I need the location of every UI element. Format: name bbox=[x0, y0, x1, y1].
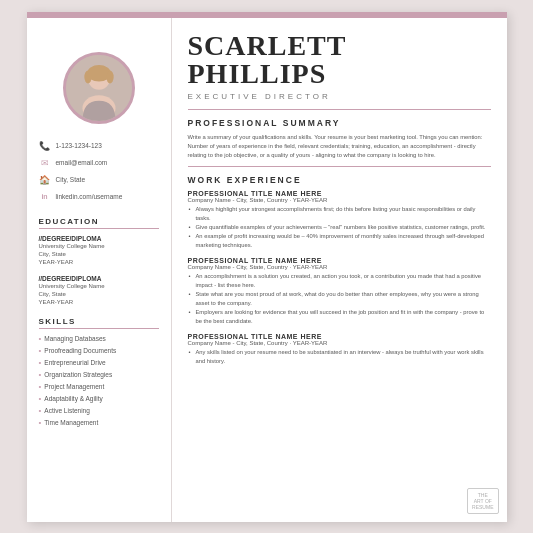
job-1-title: PROFESSIONAL TITLE NAME HERE bbox=[188, 190, 491, 197]
watermark: THE ART OF RESUME bbox=[467, 488, 498, 514]
email-item: ✉ email@email.com bbox=[39, 157, 159, 169]
job-2-company: Company Name - City, State, Country · YE… bbox=[188, 264, 491, 270]
last-name: PHILLIPS bbox=[188, 60, 491, 88]
linkedin-item: in linkedin.com/username bbox=[39, 191, 159, 203]
divider-2 bbox=[188, 166, 491, 167]
job-1-bullet-1: Always highlight your strongest accompli… bbox=[188, 205, 491, 223]
skill-2: Proofreading Documents bbox=[39, 347, 159, 355]
job-1-bullet-3: An example of profit increasing would be… bbox=[188, 232, 491, 250]
svg-point-4 bbox=[106, 70, 113, 83]
job-3-bullets: Any skills listed on your resume need to… bbox=[188, 348, 491, 366]
edu-degree-1: //DEGREE/DIPLOMA bbox=[39, 235, 159, 242]
svg-point-3 bbox=[84, 70, 91, 83]
phone-icon: 📞 bbox=[39, 140, 51, 152]
experience-heading: WORK EXPERIENCE bbox=[188, 175, 491, 185]
job-2-bullet-1: An accomplishment is a solution you crea… bbox=[188, 272, 491, 290]
edu-item-2: //DEGREE/DIPLOMA University College Name… bbox=[39, 275, 159, 307]
job-2-bullet-3: Employers are looking for evidence that … bbox=[188, 308, 491, 326]
job-3-bullet-1: Any skills listed on your resume need to… bbox=[188, 348, 491, 366]
job-3: PROFESSIONAL TITLE NAME HERE Company Nam… bbox=[188, 333, 491, 366]
resume-document: 📞 1-123-1234-123 ✉ email@email.com 🏠 Cit… bbox=[27, 12, 507, 522]
skills-heading: SKILLS bbox=[39, 317, 159, 329]
location-text: City, State bbox=[56, 176, 86, 183]
contact-section: 📞 1-123-1234-123 ✉ email@email.com 🏠 Cit… bbox=[39, 140, 159, 203]
summary-heading: PROFESSIONAL SUMMARY bbox=[188, 118, 491, 128]
job-2-bullet-2: State what are you most proud of at work… bbox=[188, 290, 491, 308]
job-1: PROFESSIONAL TITLE NAME HERE Company Nam… bbox=[188, 190, 491, 250]
skill-3: Entrepreneurial Drive bbox=[39, 359, 159, 367]
job-2-bullets: An accomplishment is a solution you crea… bbox=[188, 272, 491, 326]
job-1-bullet-2: Give quantifiable examples of your achie… bbox=[188, 223, 491, 232]
email-text: email@email.com bbox=[56, 159, 108, 166]
education-heading: EDUCATION bbox=[39, 217, 159, 229]
name-block: SCARLETT PHILLIPS EXECUTIVE DIRECTOR bbox=[188, 26, 491, 101]
skill-1: Managing Databases bbox=[39, 335, 159, 343]
skill-7: Active Listening bbox=[39, 407, 159, 415]
divider-1 bbox=[188, 109, 491, 110]
job-1-bullets: Always highlight your strongest accompli… bbox=[188, 205, 491, 250]
job-2: PROFESSIONAL TITLE NAME HERE Company Nam… bbox=[188, 257, 491, 326]
job-2-title: PROFESSIONAL TITLE NAME HERE bbox=[188, 257, 491, 264]
phone-item: 📞 1-123-1234-123 bbox=[39, 140, 159, 152]
email-icon: ✉ bbox=[39, 157, 51, 169]
skill-5: Project Management bbox=[39, 383, 159, 391]
edu-school-1: University College Name City, State YEAR… bbox=[39, 242, 159, 267]
skills-list: Managing Databases Proofreading Document… bbox=[39, 335, 159, 427]
skill-4: Organization Strategies bbox=[39, 371, 159, 379]
linkedin-icon: in bbox=[39, 191, 51, 203]
main-content: SCARLETT PHILLIPS EXECUTIVE DIRECTOR PRO… bbox=[172, 12, 507, 522]
edu-school-2: University College Name City, State YEAR… bbox=[39, 282, 159, 307]
phone-text: 1-123-1234-123 bbox=[56, 142, 102, 149]
skill-6: Adaptability & Agility bbox=[39, 395, 159, 403]
location-icon: 🏠 bbox=[39, 174, 51, 186]
first-name: SCARLETT bbox=[188, 32, 491, 60]
skill-8: Time Management bbox=[39, 419, 159, 427]
location-item: 🏠 City, State bbox=[39, 174, 159, 186]
job-3-company: Company Name - City, State, Country · YE… bbox=[188, 340, 491, 346]
linkedin-text: linkedin.com/username bbox=[56, 193, 123, 200]
summary-text: Write a summary of your qualifications a… bbox=[188, 133, 491, 161]
sidebar: 📞 1-123-1234-123 ✉ email@email.com 🏠 Cit… bbox=[27, 12, 172, 522]
job-3-title: PROFESSIONAL TITLE NAME HERE bbox=[188, 333, 491, 340]
job-1-company: Company Name - City, State, Country · YE… bbox=[188, 197, 491, 203]
job-title: EXECUTIVE DIRECTOR bbox=[188, 92, 491, 101]
edu-degree-2: //DEGREE/DIPLOMA bbox=[39, 275, 159, 282]
edu-item-1: //DEGREE/DIPLOMA University College Name… bbox=[39, 235, 159, 267]
profile-photo bbox=[63, 52, 135, 124]
